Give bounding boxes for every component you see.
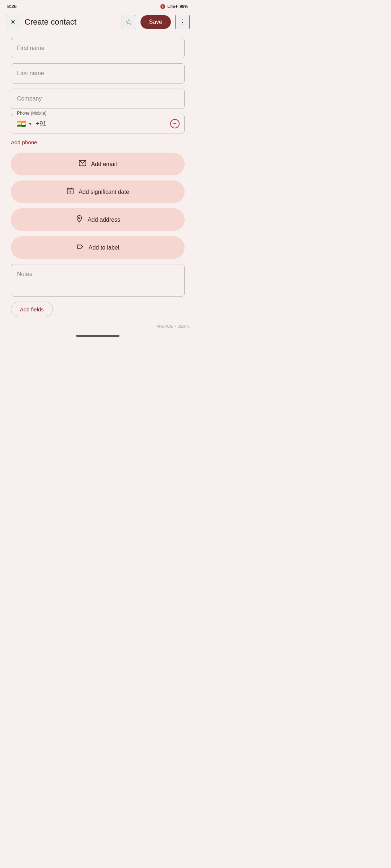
more-options-button[interactable]: ⋮ bbox=[175, 15, 190, 29]
add-address-label: Add address bbox=[88, 217, 120, 223]
svg-point-6 bbox=[79, 217, 80, 219]
phone-inner: 🇮🇳 ▾ +91 bbox=[17, 119, 166, 128]
phone-label: Phone (Mobile) bbox=[16, 111, 48, 116]
favorite-button[interactable]: ☆ bbox=[122, 15, 136, 29]
add-fields-button[interactable]: Add fields bbox=[11, 302, 53, 317]
nav-bar bbox=[76, 335, 119, 337]
country-dropdown-arrow[interactable]: ▾ bbox=[29, 121, 31, 127]
signal-text: LTE+ bbox=[167, 4, 178, 9]
email-icon bbox=[79, 159, 87, 169]
add-email-label: Add email bbox=[91, 161, 117, 167]
add-email-button[interactable]: Add email bbox=[11, 153, 185, 175]
first-name-input[interactable] bbox=[11, 38, 185, 58]
notes-input[interactable] bbox=[11, 264, 185, 297]
battery-text: 99% bbox=[180, 4, 188, 9]
calendar-icon bbox=[66, 187, 74, 197]
phone-field-group: Phone (Mobile) 🇮🇳 ▾ +91 − bbox=[11, 114, 185, 133]
country-flag: 🇮🇳 bbox=[17, 119, 26, 128]
status-time: 8:26 bbox=[7, 4, 17, 9]
add-address-button[interactable]: Add address bbox=[11, 208, 185, 231]
add-label-label: Add to label bbox=[89, 244, 119, 251]
page-title: Create contact bbox=[25, 17, 117, 27]
status-icons: 🔇 LTE+ 99% bbox=[160, 4, 188, 9]
contact-form: Phone (Mobile) 🇮🇳 ▾ +91 − Add phone Add … bbox=[0, 34, 196, 324]
save-button[interactable]: Save bbox=[140, 15, 171, 29]
add-date-button[interactable]: Add significant date bbox=[11, 180, 185, 203]
remove-phone-button[interactable]: − bbox=[169, 118, 181, 129]
pin-icon bbox=[75, 215, 83, 225]
phone-code: +91 bbox=[36, 120, 46, 127]
nav-indicator bbox=[0, 330, 196, 340]
label-icon bbox=[76, 243, 84, 252]
close-button[interactable]: × bbox=[6, 15, 20, 29]
svg-point-5 bbox=[70, 191, 71, 193]
app-bar: × Create contact ☆ Save ⋮ bbox=[0, 11, 196, 34]
watermark: ANDROID × DILIP'S bbox=[0, 324, 196, 330]
add-date-label: Add significant date bbox=[79, 189, 129, 195]
remove-circle-icon: − bbox=[170, 119, 180, 128]
add-label-button[interactable]: Add to label bbox=[11, 236, 185, 259]
mute-icon: 🔇 bbox=[160, 4, 165, 9]
add-phone-link[interactable]: Add phone bbox=[11, 139, 185, 148]
company-input[interactable] bbox=[11, 89, 185, 109]
status-bar: 8:26 🔇 LTE+ 99% bbox=[0, 0, 196, 11]
last-name-input[interactable] bbox=[11, 63, 185, 84]
svg-rect-1 bbox=[67, 188, 73, 194]
